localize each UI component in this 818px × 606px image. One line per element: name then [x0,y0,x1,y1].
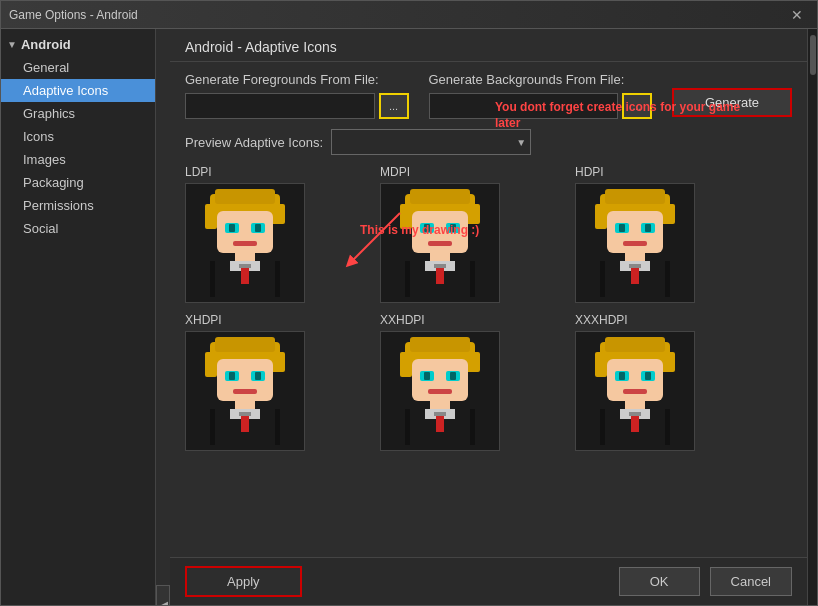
bottom-right-actions: OK Cancel [619,567,792,596]
svg-rect-35 [595,204,607,229]
apply-button[interactable]: Apply [185,566,302,597]
preview-select[interactable] [331,129,531,155]
bottom-bar: Apply OK Cancel [170,557,807,605]
main-content: Android - Adaptive Icons Generate Foregr… [170,29,807,605]
sidebar-item-packaging[interactable]: Packaging [1,171,155,194]
sidebar-item-adaptive-icons[interactable]: Adaptive Icons [1,79,155,102]
svg-rect-31 [434,264,446,268]
svg-rect-8 [255,224,261,232]
generate-section: Generate [672,72,792,119]
svg-rect-32 [405,261,410,297]
preview-label: Preview Adaptive Icons: [185,135,323,150]
content-scroll: Generate Foregrounds From File: ... Gene… [170,62,807,557]
generate-button[interactable]: Generate [672,88,792,117]
svg-rect-53 [205,352,217,377]
svg-rect-2 [273,204,285,224]
svg-rect-33 [470,261,475,297]
svg-rect-18 [400,204,412,229]
svg-rect-26 [428,241,452,246]
sidebar-item-social[interactable]: Social [1,217,155,240]
svg-rect-59 [229,372,235,380]
sidebar-item-graphics[interactable]: Graphics [1,102,155,125]
svg-rect-71 [468,352,480,372]
svg-rect-70 [400,352,412,377]
svg-rect-19 [468,204,480,224]
icon-cell-ldpi: LDPI [185,165,360,303]
xxhdpi-preview [380,331,500,451]
sidebar: ▼ Android General Adaptive Icons Graphic… [1,29,156,605]
bg-browse-button[interactable]: ... [622,93,652,119]
svg-rect-76 [424,372,430,380]
icon-cell-xhdpi: XHDPI [185,313,360,451]
fg-label: Generate Foregrounds From File: [185,72,409,87]
svg-rect-101 [600,409,605,445]
preview-row: Preview Adaptive Icons: ▼ [185,129,792,155]
bg-section: Generate Backgrounds From File: ... [429,72,653,119]
svg-rect-14 [239,264,251,268]
svg-rect-88 [663,352,675,372]
svg-rect-54 [273,352,285,372]
svg-rect-77 [450,372,456,380]
svg-rect-9 [233,241,257,246]
xhdpi-preview [185,331,305,451]
window-body: ▼ Android General Adaptive Icons Graphic… [1,29,817,605]
sidebar-item-permissions[interactable]: Permissions [1,194,155,217]
icon-cell-xxxhdpi: XXXHDPI [575,313,750,451]
svg-rect-25 [450,224,456,232]
svg-rect-94 [645,372,651,380]
bg-file-input[interactable] [429,93,619,119]
svg-rect-49 [600,261,605,297]
sidebar-item-images[interactable]: Images [1,148,155,171]
icon-row-2: XHDPI [185,313,792,451]
svg-rect-85 [470,409,475,445]
cancel-button[interactable]: Cancel [710,567,792,596]
sidebar-item-general[interactable]: General [1,56,155,79]
scroll-thumb[interactable] [810,35,816,75]
window-title: Game Options - Android [9,8,138,22]
close-button[interactable]: ✕ [785,5,809,25]
hdpi-preview [575,183,695,303]
svg-rect-15 [210,261,215,297]
icon-cell-xxhdpi: XXHDPI [380,313,555,451]
fg-file-input[interactable] [185,93,375,119]
svg-rect-37 [605,189,665,204]
xxhdpi-label: XXHDPI [380,313,425,327]
sidebar-item-icons[interactable]: Icons [1,125,155,148]
content-title: Android - Adaptive Icons [185,39,337,55]
svg-rect-36 [663,204,675,224]
svg-rect-1 [205,204,217,229]
top-inputs-area: Generate Foregrounds From File: ... Gene… [185,72,792,119]
icon-grid: LDPI [185,165,792,451]
bg-label: Generate Backgrounds From File: [429,72,653,87]
mdpi-preview [380,183,500,303]
svg-rect-78 [428,389,452,394]
preview-select-wrapper: ▼ [331,129,531,155]
ldpi-label: LDPI [185,165,212,179]
svg-rect-87 [595,352,607,377]
svg-rect-102 [665,409,670,445]
xhdpi-label: XHDPI [185,313,222,327]
svg-rect-72 [410,337,470,352]
titlebar: Game Options - Android ✕ [1,1,817,29]
sidebar-item-android[interactable]: ▼ Android [1,33,155,56]
svg-rect-55 [215,337,275,352]
content-header: Android - Adaptive Icons [170,29,807,62]
svg-rect-43 [623,241,647,246]
hdpi-label: HDPI [575,165,604,179]
svg-rect-3 [215,189,275,204]
icon-cell-hdpi: HDPI [575,165,750,303]
svg-rect-66 [239,412,251,416]
ok-button[interactable]: OK [619,567,700,596]
collapse-arrow-icon: ▼ [7,39,17,50]
fg-browse-button[interactable]: ... [379,93,409,119]
collapse-icon: ◀ [158,598,168,606]
svg-rect-61 [233,389,257,394]
svg-rect-48 [629,264,641,268]
bottom-left-actions: Apply [185,566,302,597]
svg-rect-83 [434,412,446,416]
fg-section: Generate Foregrounds From File: ... [185,72,409,119]
svg-rect-68 [275,409,280,445]
svg-rect-24 [424,224,430,232]
svg-rect-89 [605,337,665,352]
sidebar-collapse-toggle[interactable]: ◀ [156,585,170,605]
